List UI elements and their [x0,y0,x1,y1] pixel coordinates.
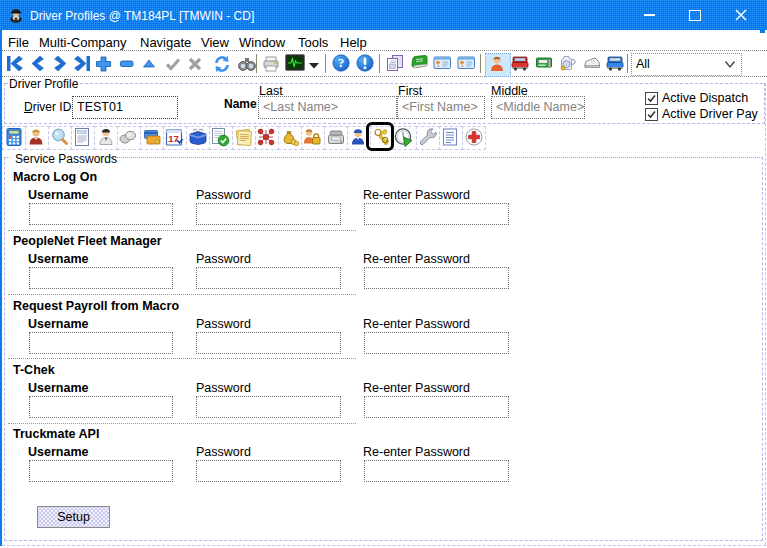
svg-text:17: 17 [168,133,179,144]
svg-text:?: ? [338,56,344,70]
